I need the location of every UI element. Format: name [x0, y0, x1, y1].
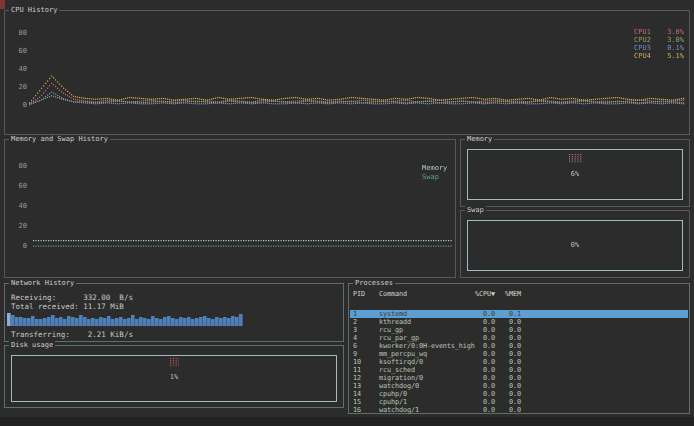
process-mem: 0.0 [499, 342, 521, 350]
process-pid: 4 [353, 334, 377, 342]
processes-header-row: PID Command %CPU▼ %MEM [350, 290, 688, 298]
network-history-title: Network History [9, 279, 76, 288]
process-cpu: 0.0 [449, 398, 495, 406]
process-cpu: 0.0 [449, 350, 495, 358]
memswap-history-chart [29, 150, 453, 254]
process-row-cpuhp/0[interactable]: 14cpuhp/00.00.0 [350, 390, 688, 398]
process-pid: 9 [353, 350, 377, 358]
process-row-watchdog/1[interactable]: 16watchdog/10.00.0 [350, 406, 688, 414]
cpu-legend-name: CPU1 [634, 28, 660, 36]
cpu-legend-value: 0.1% [660, 44, 684, 52]
process-row-rcu_sched[interactable]: 11rcu_sched0.00.0 [350, 366, 688, 374]
process-mem: 0.1 [499, 310, 521, 318]
process-mem: 0.0 [499, 358, 521, 366]
cpu-legend-item-cpu1: CPU13.0% [634, 28, 684, 36]
process-mem: 0.0 [499, 382, 521, 390]
axis-tick-40: 40 [11, 202, 27, 210]
process-row-kthreadd[interactable]: 2kthreadd0.00.0 [350, 318, 688, 326]
process-command: rcu_par_gp [379, 334, 419, 342]
network-receiving-sparkline [7, 311, 243, 326]
process-cpu: 0.0 [449, 334, 495, 342]
swap-gauge-title: Swap [465, 206, 486, 215]
process-cpu: 0.0 [449, 342, 495, 350]
column-header-command[interactable]: Command [379, 290, 407, 298]
column-header-pid[interactable]: PID [353, 290, 377, 298]
process-command: rcu_gp [379, 326, 403, 334]
process-command: mm_percpu_wq [379, 350, 427, 358]
process-mem: 0.0 [499, 398, 521, 406]
swap-gauge-value: 0% [468, 241, 682, 249]
cpu-legend-name: CPU4 [634, 52, 660, 60]
axis-tick-0: 0 [11, 242, 27, 250]
process-command: migration/0 [379, 374, 423, 382]
process-row-kworker/0:0H-events_high[interactable]: 6kworker/0:0H-events_high0.00.0 [350, 342, 688, 350]
process-cpu: 0.0 [449, 318, 495, 326]
process-mem: 0.0 [499, 318, 521, 326]
process-row-mm_percpu_wq[interactable]: 9mm_percpu_wq0.00.0 [350, 350, 688, 358]
process-mem: 0.0 [499, 374, 521, 382]
network-history-panel: Network History Receiving: 332.00 B/s To… [4, 283, 344, 342]
process-cpu: 0.0 [449, 374, 495, 382]
cpu-legend-name: CPU3 [634, 44, 660, 52]
process-mem: 0.0 [499, 366, 521, 374]
cpu-legend-item-cpu2: CPU23.0% [634, 36, 684, 44]
cpu-legend-value: 5.1% [660, 52, 684, 60]
processes-title: Processes [353, 279, 395, 288]
process-row-watchdog/0[interactable]: 13watchdog/00.00.0 [350, 382, 688, 390]
process-mem: 0.0 [499, 334, 521, 342]
process-pid: 15 [353, 398, 377, 406]
memory-gauge-value: 6% [468, 170, 682, 178]
memory-gauge-panel: Memory 6% [460, 139, 690, 207]
axis-tick-80: 80 [11, 162, 27, 170]
memswap-history-panel: Memory and Swap History 806040200 Memory… [4, 139, 456, 278]
process-pid: 1 [353, 310, 377, 318]
process-mem: 0.0 [499, 390, 521, 398]
process-cpu: 0.0 [449, 406, 495, 414]
process-command: watchdog/1 [379, 406, 419, 414]
column-header-cpu-sorted[interactable]: %CPU▼ [449, 290, 495, 298]
axis-tick-60: 60 [11, 182, 27, 190]
process-pid: 3 [353, 326, 377, 334]
cpu-legend-name: CPU2 [634, 36, 660, 44]
process-command: cpuhp/1 [379, 398, 407, 406]
process-mem: 0.0 [499, 326, 521, 334]
axis-tick-20: 20 [11, 83, 27, 91]
process-command: rcu_sched [379, 366, 415, 374]
process-command: kthreadd [379, 318, 411, 326]
disk-usage-title: Disk usage [9, 341, 55, 350]
process-pid: 10 [353, 358, 377, 366]
axis-tick-20: 20 [11, 222, 27, 230]
cpu-history-chart [29, 19, 685, 115]
process-cpu: 0.0 [449, 366, 495, 374]
process-pid: 12 [353, 374, 377, 382]
process-mem: 0.0 [499, 406, 521, 414]
network-receiving-line: Receiving: 332.00 B/s [11, 293, 133, 302]
axis-tick-80: 80 [11, 29, 27, 37]
system-monitor-screen: CPU History 806040200 CPU13.0%CPU23.0%CP… [0, 0, 694, 426]
process-row-migration/0[interactable]: 12migration/00.00.0 [350, 374, 688, 382]
process-row-selected-systemd[interactable]: 1systemd0.00.1 [350, 310, 688, 318]
memory-gauge-title: Memory [465, 135, 494, 144]
process-pid: 6 [353, 342, 377, 350]
process-row-ksoftirqd/0[interactable]: 10ksoftirqd/00.00.0 [350, 358, 688, 366]
process-command: watchdog/0 [379, 382, 419, 390]
network-total-received-line: Total received: 11.17 MiB [11, 302, 124, 311]
cpu-history-title: CPU History [9, 6, 59, 15]
memswap-history-title: Memory and Swap History [9, 135, 110, 144]
process-pid: 2 [353, 318, 377, 326]
process-row-rcu_gp[interactable]: 3rcu_gp0.00.0 [350, 326, 688, 334]
bottom-background-strip [0, 417, 694, 426]
processes-panel: Processes PID Command %CPU▼ %MEM 1system… [348, 283, 690, 414]
column-header-mem[interactable]: %MEM [499, 290, 521, 298]
cpu-legend-item-cpu3: CPU30.1% [634, 44, 684, 52]
cpu-history-panel: CPU History 806040200 CPU13.0%CPU23.0%CP… [4, 10, 690, 135]
process-row-cpuhp/1[interactable]: 15cpuhp/10.00.0 [350, 398, 688, 406]
process-row-rcu_par_gp[interactable]: 4rcu_par_gp0.00.0 [350, 334, 688, 342]
process-cpu: 0.0 [449, 310, 495, 318]
swap-gauge-frame: 0% [467, 220, 683, 271]
swap-gauge-panel: Swap 0% [460, 210, 690, 278]
process-cpu: 0.0 [449, 390, 495, 398]
disk-gauge-value: 1% [12, 373, 336, 381]
process-cpu: 0.0 [449, 326, 495, 334]
cpu-legend-value: 3.0% [660, 36, 684, 44]
